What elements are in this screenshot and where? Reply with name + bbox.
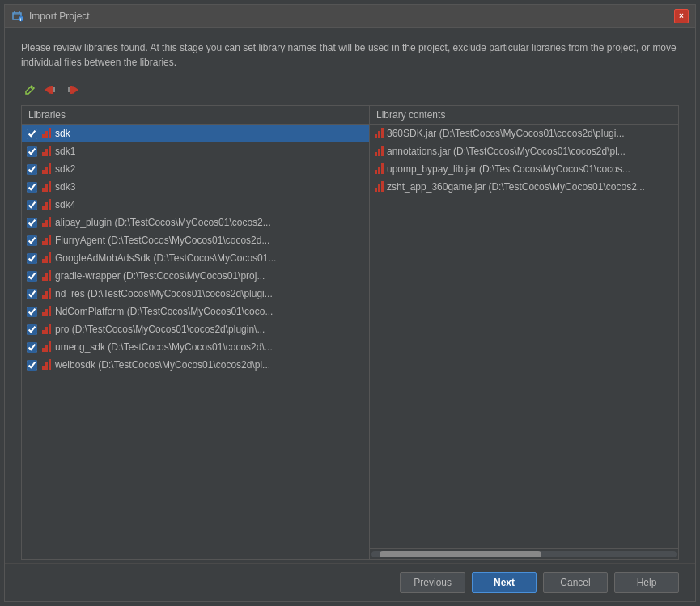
library-checkbox[interactable] [27,200,37,210]
panels-area: Libraries sdk sdk1 sdk2 sdk3 sdk4 alipay… [21,105,679,560]
library-name: weibosdk (D:\TestCocos\MyCocos01\cocos2d… [55,359,270,371]
library-name: GoogleAdMobAdsSdk (D:\TestCocos\MyCocos0… [55,252,276,264]
library-name: sdk2 [55,163,75,175]
library-checkbox[interactable] [27,307,37,317]
dialog-icon: i [11,10,24,23]
library-checkbox[interactable] [27,253,37,264]
library-name: NdComPlatform (D:\TestCocos\MyCocos01\co… [55,306,273,317]
library-icon [40,270,52,282]
contents-header: Library contents [370,106,678,125]
library-checkbox[interactable] [27,324,37,335]
import-project-dialog: i Import Project × Please review librari… [4,4,696,602]
library-item[interactable]: sdk [22,125,369,142]
library-name: nd_res (D:\TestCocos\MyCocos01\cocos2d\p… [55,288,273,299]
library-item[interactable]: alipay_plugin (D:\TestCocos\MyCocos01\co… [22,214,369,231]
svg-rect-7 [50,86,53,94]
library-item[interactable]: pro (D:\TestCocos\MyCocos01\cocos2d\plug… [22,320,369,338]
library-icon [40,341,52,353]
library-checkbox[interactable] [27,146,37,157]
bottom-bar: Previous Next Cancel Help [5,563,695,601]
library-name: sdk4 [55,199,75,210]
content-name: upomp_bypay_lib.jar (D:\TestCocos\MyCoco… [387,163,630,175]
library-icon [40,217,52,228]
svg-rect-9 [53,87,55,92]
contents-list: 360SDK.jar (D:\TestCocos\MyCocos01\cocos… [370,125,678,548]
content-name: annotations.jar (D:\TestCocos\MyCocos01\… [387,146,626,157]
library-icon [40,199,52,210]
move-left-button[interactable] [42,81,60,99]
content-item: annotations.jar (D:\TestCocos\MyCocos01\… [370,142,678,160]
library-name: FlurryAgent (D:\TestCocos\MyCocos01\coco… [55,235,269,246]
library-icon [40,181,52,193]
content-icon [375,129,384,138]
content-item: 360SDK.jar (D:\TestCocos\MyCocos01\cocos… [370,125,678,142]
svg-marker-8 [45,86,50,94]
library-item[interactable]: weibosdk (D:\TestCocos\MyCocos01\cocos2d… [22,356,369,374]
libraries-header: Libraries [22,106,369,125]
library-item[interactable]: NdComPlatform (D:\TestCocos\MyCocos01\co… [22,303,369,320]
description-text: Please review libraries found. At this s… [5,28,695,78]
library-item[interactable]: sdk2 [22,160,369,178]
library-name: pro (D:\TestCocos\MyCocos01\cocos2d\plug… [55,324,265,335]
svg-rect-10 [70,86,73,94]
content-name: zsht_app_360game.jar (D:\TestCocos\MyCoc… [387,181,645,193]
library-checkbox[interactable] [27,289,37,299]
library-name: sdk [55,128,70,139]
svg-rect-12 [68,87,70,92]
contents-panel: Library contents 360SDK.jar (D:\TestCoco… [370,106,678,559]
move-right-button[interactable] [63,81,81,99]
library-item[interactable]: sdk3 [22,178,369,196]
library-checkbox[interactable] [27,164,37,175]
library-checkbox[interactable] [27,271,37,282]
previous-button[interactable]: Previous [400,572,465,593]
title-bar-label: Import Project [29,11,674,22]
library-icon [40,128,52,139]
library-icon [40,324,52,335]
library-checkbox[interactable] [27,360,37,371]
library-icon [40,288,52,299]
help-button[interactable]: Help [614,572,679,593]
toolbar [5,78,695,102]
libraries-panel: Libraries sdk sdk1 sdk2 sdk3 sdk4 alipay… [22,106,370,559]
svg-marker-11 [73,86,78,94]
library-name: alipay_plugin (D:\TestCocos\MyCocos01\co… [55,217,271,228]
library-name: sdk3 [55,181,75,193]
content-name: 360SDK.jar (D:\TestCocos\MyCocos01\cocos… [387,128,624,139]
close-button[interactable]: × [674,9,689,23]
cancel-button[interactable]: Cancel [543,572,608,593]
library-name: umeng_sdk (D:\TestCocos\MyCocos01\cocos2… [55,341,273,353]
library-icon [40,163,52,175]
libraries-list[interactable]: sdk sdk1 sdk2 sdk3 sdk4 alipay_plugin (D… [22,125,369,559]
library-icon [40,252,52,264]
library-icon [40,235,52,246]
library-item[interactable]: sdk1 [22,142,369,160]
library-icon [40,146,52,157]
library-item[interactable]: FlurryAgent (D:\TestCocos\MyCocos01\coco… [22,231,369,249]
library-item[interactable]: nd_res (D:\TestCocos\MyCocos01\cocos2d\p… [22,285,369,303]
library-checkbox[interactable] [27,342,37,353]
horizontal-scrollbar[interactable] [370,548,678,559]
library-item[interactable]: GoogleAdMobAdsSdk (D:\TestCocos\MyCocos0… [22,249,369,267]
library-item[interactable]: umeng_sdk (D:\TestCocos\MyCocos01\cocos2… [22,338,369,356]
library-name: sdk1 [55,146,75,157]
content-item: zsht_app_360game.jar (D:\TestCocos\MyCoc… [370,178,678,196]
title-bar: i Import Project × [5,5,695,28]
library-item[interactable]: gradle-wrapper (D:\TestCocos\MyCocos01\p… [22,267,369,285]
library-name: gradle-wrapper (D:\TestCocos\MyCocos01\p… [55,270,265,282]
content-icon [375,146,384,156]
content-icon [375,164,384,174]
library-item[interactable]: sdk4 [22,196,369,214]
library-checkbox[interactable] [27,182,37,193]
next-button[interactable]: Next [472,572,537,593]
library-checkbox[interactable] [27,235,37,246]
content-item: upomp_bypay_lib.jar (D:\TestCocos\MyCoco… [370,160,678,178]
edit-button[interactable] [21,81,39,99]
library-icon [40,359,52,371]
library-checkbox[interactable] [27,218,37,228]
content-icon [375,182,384,192]
library-icon [40,306,52,317]
library-checkbox[interactable] [27,129,37,139]
